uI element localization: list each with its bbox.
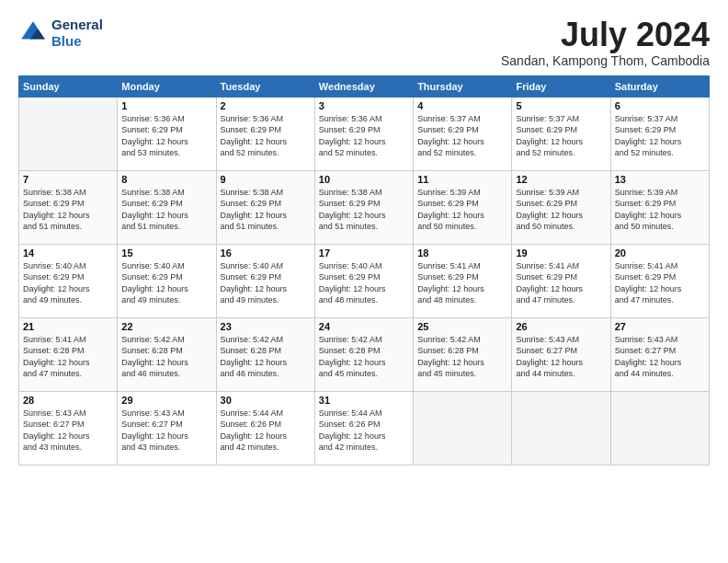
calendar-cell: 13Sunrise: 5:39 AM Sunset: 6:29 PM Dayli… [610,170,709,244]
calendar-cell: 2Sunrise: 5:36 AM Sunset: 6:29 PM Daylig… [216,97,314,170]
day-number: 7 [23,174,113,185]
day-info: Sunrise: 5:37 AM Sunset: 6:29 PM Dayligh… [417,113,507,159]
day-info: Sunrise: 5:38 AM Sunset: 6:29 PM Dayligh… [319,187,409,233]
day-number: 24 [319,321,409,332]
calendar-cell [610,391,709,465]
day-number: 13 [615,174,705,185]
calendar-cell: 15Sunrise: 5:40 AM Sunset: 6:29 PM Dayli… [118,244,216,317]
day-info: Sunrise: 5:39 AM Sunset: 6:29 PM Dayligh… [615,187,705,233]
title-block: July 2024 Sandan, Kampong Thom, Cambodia [501,17,710,68]
logo: General Blue [18,17,103,50]
day-number: 10 [319,174,409,185]
day-info: Sunrise: 5:43 AM Sunset: 6:27 PM Dayligh… [23,408,113,454]
day-info: Sunrise: 5:36 AM Sunset: 6:29 PM Dayligh… [319,113,409,159]
day-number: 9 [221,174,311,185]
location-subtitle: Sandan, Kampong Thom, Cambodia [501,53,710,68]
calendar-cell: 27Sunrise: 5:43 AM Sunset: 6:27 PM Dayli… [610,317,709,391]
day-number: 19 [516,247,606,259]
calendar-cell: 20Sunrise: 5:41 AM Sunset: 6:29 PM Dayli… [610,244,709,317]
day-number: 26 [516,321,606,332]
calendar-cell: 5Sunrise: 5:37 AM Sunset: 6:29 PM Daylig… [512,97,610,170]
calendar-cell: 16Sunrise: 5:40 AM Sunset: 6:29 PM Dayli… [216,244,314,317]
day-number: 29 [121,395,211,406]
calendar-cell: 19Sunrise: 5:41 AM Sunset: 6:29 PM Dayli… [512,244,610,317]
weekday-header: Thursday [414,75,512,97]
calendar-cell: 31Sunrise: 5:44 AM Sunset: 6:26 PM Dayli… [314,391,413,465]
day-info: Sunrise: 5:40 AM Sunset: 6:29 PM Dayligh… [221,260,311,306]
day-info: Sunrise: 5:42 AM Sunset: 6:28 PM Dayligh… [221,334,311,380]
calendar-cell: 9Sunrise: 5:38 AM Sunset: 6:29 PM Daylig… [216,170,314,244]
calendar-cell: 28Sunrise: 5:43 AM Sunset: 6:27 PM Dayli… [19,391,118,465]
day-info: Sunrise: 5:44 AM Sunset: 6:26 PM Dayligh… [221,408,311,454]
day-number: 15 [121,247,211,259]
day-number: 30 [221,395,311,406]
calendar-week-row: 1Sunrise: 5:36 AM Sunset: 6:29 PM Daylig… [19,97,710,170]
calendar-table: SundayMondayTuesdayWednesdayThursdayFrid… [18,75,710,465]
calendar-cell: 25Sunrise: 5:42 AM Sunset: 6:28 PM Dayli… [414,317,512,391]
calendar-cell: 18Sunrise: 5:41 AM Sunset: 6:29 PM Dayli… [414,244,512,317]
day-number: 25 [417,321,507,332]
day-info: Sunrise: 5:36 AM Sunset: 6:29 PM Dayligh… [221,113,311,159]
day-info: Sunrise: 5:37 AM Sunset: 6:29 PM Dayligh… [615,113,705,159]
day-number: 8 [121,174,211,185]
calendar-week-row: 21Sunrise: 5:41 AM Sunset: 6:28 PM Dayli… [19,317,710,391]
calendar-week-row: 28Sunrise: 5:43 AM Sunset: 6:27 PM Dayli… [19,391,710,465]
calendar-cell: 21Sunrise: 5:41 AM Sunset: 6:28 PM Dayli… [19,317,118,391]
calendar-cell: 4Sunrise: 5:37 AM Sunset: 6:29 PM Daylig… [414,97,512,170]
day-number: 6 [615,100,705,111]
day-info: Sunrise: 5:43 AM Sunset: 6:27 PM Dayligh… [516,334,606,380]
calendar-cell: 23Sunrise: 5:42 AM Sunset: 6:28 PM Dayli… [216,317,314,391]
day-number: 27 [615,321,705,332]
calendar-cell: 29Sunrise: 5:43 AM Sunset: 6:27 PM Dayli… [118,391,216,465]
day-number: 31 [319,395,409,406]
calendar-cell: 8Sunrise: 5:38 AM Sunset: 6:29 PM Daylig… [118,170,216,244]
calendar-cell: 22Sunrise: 5:42 AM Sunset: 6:28 PM Dayli… [118,317,216,391]
page: General Blue July 2024 Sandan, Kampong T… [0,0,728,563]
day-info: Sunrise: 5:38 AM Sunset: 6:29 PM Dayligh… [23,187,113,233]
day-info: Sunrise: 5:38 AM Sunset: 6:29 PM Dayligh… [221,187,311,233]
day-info: Sunrise: 5:42 AM Sunset: 6:28 PM Dayligh… [121,334,211,380]
weekday-header: Saturday [610,75,709,97]
day-number: 14 [23,247,113,259]
day-info: Sunrise: 5:43 AM Sunset: 6:27 PM Dayligh… [615,334,705,380]
day-info: Sunrise: 5:38 AM Sunset: 6:29 PM Dayligh… [121,187,211,233]
day-number: 23 [221,321,311,332]
calendar-cell: 26Sunrise: 5:43 AM Sunset: 6:27 PM Dayli… [512,317,610,391]
day-info: Sunrise: 5:39 AM Sunset: 6:29 PM Dayligh… [516,187,606,233]
calendar-cell: 1Sunrise: 5:36 AM Sunset: 6:29 PM Daylig… [118,97,216,170]
calendar-cell [512,391,610,465]
day-number: 11 [417,174,507,185]
day-number: 3 [319,100,409,111]
month-title: July 2024 [501,17,710,53]
day-number: 22 [121,321,211,332]
day-number: 12 [516,174,606,185]
day-number: 16 [221,247,311,259]
day-number: 21 [23,321,113,332]
day-number: 2 [221,100,311,111]
day-info: Sunrise: 5:36 AM Sunset: 6:29 PM Dayligh… [121,113,211,159]
calendar-cell: 10Sunrise: 5:38 AM Sunset: 6:29 PM Dayli… [314,170,413,244]
day-number: 1 [121,100,211,111]
calendar-cell: 30Sunrise: 5:44 AM Sunset: 6:26 PM Dayli… [216,391,314,465]
weekday-header: Sunday [19,75,118,97]
day-info: Sunrise: 5:43 AM Sunset: 6:27 PM Dayligh… [121,408,211,454]
calendar-cell: 17Sunrise: 5:40 AM Sunset: 6:29 PM Dayli… [314,244,413,317]
day-number: 5 [516,100,606,111]
calendar-cell: 11Sunrise: 5:39 AM Sunset: 6:29 PM Dayli… [414,170,512,244]
day-info: Sunrise: 5:42 AM Sunset: 6:28 PM Dayligh… [417,334,507,380]
day-info: Sunrise: 5:39 AM Sunset: 6:29 PM Dayligh… [417,187,507,233]
weekday-header-row: SundayMondayTuesdayWednesdayThursdayFrid… [19,75,710,97]
header: General Blue July 2024 Sandan, Kampong T… [18,17,710,68]
logo-icon [18,18,48,48]
day-info: Sunrise: 5:44 AM Sunset: 6:26 PM Dayligh… [319,408,409,454]
day-number: 4 [417,100,507,111]
day-info: Sunrise: 5:41 AM Sunset: 6:29 PM Dayligh… [417,260,507,306]
calendar-cell: 6Sunrise: 5:37 AM Sunset: 6:29 PM Daylig… [610,97,709,170]
day-info: Sunrise: 5:42 AM Sunset: 6:28 PM Dayligh… [319,334,409,380]
weekday-header: Friday [512,75,610,97]
weekday-header: Tuesday [216,75,314,97]
day-info: Sunrise: 5:40 AM Sunset: 6:29 PM Dayligh… [319,260,409,306]
day-number: 28 [23,395,113,406]
calendar-cell: 7Sunrise: 5:38 AM Sunset: 6:29 PM Daylig… [19,170,118,244]
calendar-cell: 12Sunrise: 5:39 AM Sunset: 6:29 PM Dayli… [512,170,610,244]
